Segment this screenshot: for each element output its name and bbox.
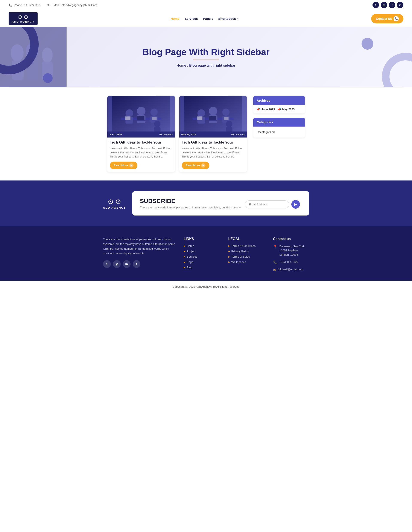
blog-card-1-excerpt: Welcome to WordPress. This is your first…	[110, 147, 172, 159]
page-arrow: ▾	[212, 18, 213, 20]
contact-phone-icon: 📞	[394, 16, 399, 21]
hero-dot2	[43, 73, 53, 83]
archive-may-label: May 2023	[282, 108, 294, 111]
facebook-icon[interactable]: f	[373, 2, 379, 8]
phone-label: Phone : 111-222-333	[14, 3, 40, 7]
svg-point-3	[42, 48, 53, 63]
link-arrow: ▶	[229, 245, 230, 247]
footer-link-privacy[interactable]: ▶ Privacy Policy	[229, 250, 265, 253]
nav-page[interactable]: Page ▾	[203, 17, 213, 20]
read-more-button-1[interactable]: Read More ▶	[110, 162, 137, 169]
footer-link-terms-sales-label: Terms of Sales	[231, 255, 250, 258]
footer: There are many variations of passages of…	[0, 226, 412, 282]
archive-may[interactable]: 📣 May 2023	[277, 107, 294, 111]
svg-rect-33	[197, 116, 202, 120]
footer-linkedin-icon[interactable]: in	[123, 260, 130, 268]
blog-posts-grid: Jun 7, 2023 0 Comments Tech Gift Ideas t…	[107, 96, 247, 172]
read-more-button-2[interactable]: Read More ▶	[182, 162, 209, 169]
footer-link-project[interactable]: ▶ Project	[184, 250, 220, 253]
svg-rect-21	[154, 127, 160, 132]
contact-button[interactable]: Contact Us 📞	[371, 14, 403, 23]
footer-link-services[interactable]: ▶ Services	[184, 255, 220, 258]
footer-link-blog-label: Blog	[187, 266, 192, 269]
main-content: Jun 7, 2023 0 Comments Tech Gift Ideas t…	[103, 96, 309, 172]
email-label: E-Mail : infoAdvegagency@Mail.Com	[51, 3, 97, 7]
footer-link-page[interactable]: ▶ Page	[184, 260, 220, 264]
blog-card-1-date: Jun 7, 2023	[110, 133, 122, 136]
footer-address-text: Delanson, New York, 12053 Big-Ban, Londo…	[280, 244, 309, 257]
subscribe-form: ▶	[245, 200, 300, 209]
blog-card-2-meta: May 29, 2023 0 Comments	[179, 132, 247, 138]
categories-widget: Categories Uncategorized	[253, 118, 305, 138]
archive-links: 📣 June 2023 📣 May 2023	[257, 107, 302, 111]
shortcodes-arrow: ▾	[237, 18, 238, 20]
read-more-label-1: Read More	[114, 164, 128, 167]
link-arrow: ▶	[184, 266, 185, 269]
footer-link-terms-sales[interactable]: ▶ Terms of Sales	[229, 255, 265, 258]
footer-instagram-icon[interactable]: ◎	[113, 260, 121, 268]
footer-link-whitepaper[interactable]: ▶ Whitepaper	[229, 260, 265, 264]
svg-point-27	[209, 107, 217, 115]
svg-point-29	[222, 108, 229, 116]
twitter-icon[interactable]: t	[389, 2, 395, 8]
footer-links-col: LINKS ▶ Home ▶ Project ▶ Services ▶ Page…	[184, 237, 220, 275]
archive-june[interactable]: 📣 June 2023	[257, 107, 275, 111]
categories-widget-body: Uncategorized	[253, 127, 305, 138]
svg-point-20	[154, 121, 160, 127]
footer-link-home[interactable]: ▶ Home	[184, 244, 220, 247]
nav-services[interactable]: Services	[185, 17, 198, 20]
footer-contact-title: Contact us	[273, 237, 309, 241]
nav-links: Home Services Page ▾ Shortcodes ▾	[170, 17, 238, 20]
hero-dot1	[362, 38, 373, 50]
subscribe-description: There are many variations of passages of…	[140, 206, 241, 209]
footer-email: ✉ infomail@email.com	[273, 267, 309, 272]
footer-twitter-icon[interactable]: t	[133, 260, 140, 268]
link-arrow: ▶	[229, 256, 230, 258]
footer-link-blog[interactable]: ▶ Blog	[184, 266, 220, 269]
megaphone-icon-1: 📣	[257, 107, 260, 111]
blog-card-2-excerpt: Welcome to WordPress. This is your first…	[182, 147, 244, 159]
instagram-icon[interactable]: 📷	[381, 2, 387, 8]
nav-shortcodes[interactable]: Shortcodes ▾	[218, 17, 238, 20]
blog-card-1: Jun 7, 2023 0 Comments Tech Gift Ideas t…	[107, 96, 175, 172]
footer-link-terms-conditions[interactable]: ▶ Terms & Conditions	[229, 244, 265, 247]
contact-button-label: Contact Us	[376, 17, 392, 20]
subscribe-box: SUBSCRIBE There are many variations of p…	[132, 191, 309, 216]
nav-home[interactable]: Home	[170, 17, 180, 20]
link-arrow: ▶	[184, 261, 185, 263]
category-uncategorized[interactable]: Uncategorized	[257, 129, 302, 135]
blog-card-2-image	[179, 96, 247, 132]
footer-contact-col: Contact us 📍 Delanson, New York, 12053 B…	[273, 237, 309, 275]
svg-rect-16	[137, 116, 144, 121]
footer-facebook-icon[interactable]: f	[103, 260, 111, 268]
logo[interactable]: ⊙ ⊙ ADD AGENCY	[9, 12, 37, 25]
footer-social-icons: f ◎ in t	[103, 260, 175, 268]
hero-title: Blog Page With Right Sidebar	[142, 47, 269, 57]
archive-june-label: June 2023	[262, 108, 275, 111]
subscribe-button[interactable]: ▶	[291, 200, 300, 209]
hero-section: Blog Page With Right Sidebar Home : Blog…	[0, 27, 412, 87]
blog-card-2-body: Tech Gift Ideas to Tackle Your Welcome t…	[179, 138, 247, 172]
subscribe-logo-eyes: ⊙ ⊙	[103, 198, 126, 206]
blog-card-2: May 29, 2023 0 Comments Tech Gift Ideas …	[179, 96, 247, 172]
logo-name: ADD AGENCY	[12, 20, 35, 23]
breadcrumb-home[interactable]: Home	[177, 64, 186, 67]
read-more-arrow-1: ▶	[129, 163, 134, 168]
subscribe-inner: ⊙ ⊙ ADD AGENCY SUBSCRIBE There are many …	[103, 191, 309, 216]
email-input[interactable]	[245, 200, 289, 209]
email-info: ✉ E-Mail : infoAdvegagency@Mail.Com	[46, 3, 97, 7]
blog-card-1-comments: 0 Comments	[159, 133, 173, 136]
footer-phone-text: +123 4567 890	[280, 260, 298, 264]
linkedin-icon[interactable]: in	[397, 2, 403, 8]
navbar: ⊙ ⊙ ADD AGENCY Home Services Page ▾ Shor…	[0, 10, 412, 27]
footer-address: 📍 Delanson, New York, 12053 Big-Ban, Lon…	[273, 244, 309, 257]
footer-link-home-label: Home	[187, 244, 194, 247]
sidebar: Archives 📣 June 2023 📣 May 2023 Categori…	[253, 96, 305, 172]
footer-link-privacy-label: Privacy Policy	[231, 250, 249, 253]
link-arrow: ▶	[229, 261, 230, 263]
svg-rect-34	[224, 117, 229, 120]
footer-phone: 📞 +123 4567 890	[273, 260, 309, 264]
subscribe-section: ⊙ ⊙ ADD AGENCY SUBSCRIBE There are many …	[0, 180, 412, 226]
email-icon: ✉	[46, 3, 49, 7]
svg-point-12	[137, 107, 145, 115]
